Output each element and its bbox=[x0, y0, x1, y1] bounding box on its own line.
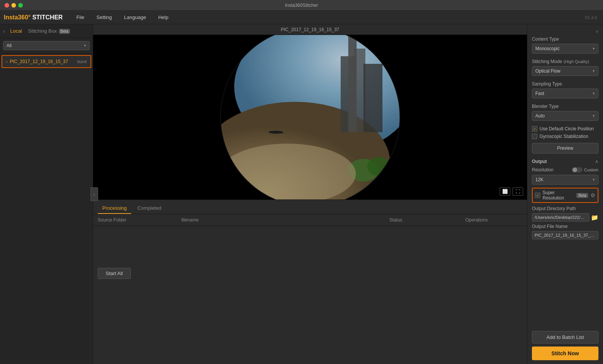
blender-type-section: Blender Type Auto bbox=[532, 104, 598, 121]
sampling-type-select-wrapper: Fast bbox=[532, 89, 598, 98]
stitch-now-button[interactable]: Stitch Now bbox=[532, 347, 598, 360]
bottom-actions: Start All bbox=[93, 264, 527, 283]
output-dir-input[interactable]: /Users/eric/Desktop/222/222 bbox=[532, 213, 589, 222]
content-type-select[interactable]: Monoscopic bbox=[532, 44, 598, 54]
stitching-mode-select[interactable]: Optical Flow bbox=[532, 66, 598, 76]
menu-file[interactable]: File bbox=[74, 13, 87, 22]
stitching-quality-label: (High Quality) bbox=[563, 59, 589, 64]
menu-items: File Setting Language Help bbox=[74, 13, 171, 22]
preview-header: PIC_2017_12_19_16_15_37 bbox=[93, 24, 527, 35]
fisheye-svg bbox=[219, 35, 401, 199]
sidebar-collapse-button[interactable]: ‹ bbox=[90, 187, 98, 201]
fullscreen-button[interactable]: ⛶ bbox=[513, 187, 523, 196]
col-status-label: Status bbox=[389, 217, 465, 223]
gyroscopic-checkbox[interactable] bbox=[532, 134, 537, 139]
tab-stitching-box[interactable]: Stitching Box Beta bbox=[26, 27, 72, 35]
use-default-circle-row: ✓ Use Default Circle Position bbox=[532, 126, 598, 131]
preview-controls: ⬜ ⛶ bbox=[500, 187, 523, 196]
super-resolution-label: Super Resolution bbox=[543, 190, 574, 201]
titlebar: Insta360Stitcher bbox=[0, 0, 603, 11]
output-collapse-icon[interactable]: ∧ bbox=[595, 159, 598, 164]
menu-setting[interactable]: Setting bbox=[94, 13, 114, 22]
add-to-batch-button[interactable]: Add to Batch List bbox=[532, 331, 598, 343]
fullscreen-icon: ⛶ bbox=[516, 189, 520, 194]
center-area: PIC_2017_12_19_16_15_37 bbox=[93, 24, 527, 364]
resolution-select-wrapper: 12K bbox=[532, 175, 598, 185]
blender-type-select-wrapper: Auto bbox=[532, 111, 598, 121]
rect-icon: ⬜ bbox=[502, 189, 508, 194]
tab-local[interactable]: Local bbox=[8, 27, 24, 35]
output-section: Output ∧ Resolution Custom 12K bbox=[532, 159, 598, 239]
filter-select[interactable]: All bbox=[3, 41, 90, 50]
preview-viewport: ⬜ ⛶ bbox=[93, 35, 527, 199]
custom-toggle-box[interactable] bbox=[572, 167, 582, 173]
right-panel: » Content Type Monoscopic Stitching Mode… bbox=[527, 24, 603, 364]
blender-type-label: Blender Type bbox=[532, 104, 598, 109]
menu-language[interactable]: Language bbox=[122, 13, 148, 22]
custom-label: Custom bbox=[584, 168, 598, 172]
super-resolution-beta-badge: Beta bbox=[576, 193, 588, 198]
super-resolution-checkbox[interactable]: ✓ bbox=[535, 193, 540, 198]
tab-completed[interactable]: Completed bbox=[133, 203, 166, 214]
output-dir-row: /Users/eric/Desktop/222/222 📁 bbox=[532, 213, 598, 222]
output-header: Output ∧ bbox=[532, 159, 598, 164]
sidebar-filter: All bbox=[0, 38, 93, 54]
logo-prefix: Insta360 bbox=[4, 14, 28, 21]
expand-icon[interactable]: » bbox=[595, 28, 598, 34]
tab-processing[interactable]: Processing bbox=[98, 203, 131, 214]
stitching-mode-select-wrapper: Optical Flow bbox=[532, 66, 598, 76]
file-item-arrow: › bbox=[6, 59, 8, 64]
window-title: Insta360Stitcher bbox=[285, 3, 318, 8]
sampling-type-select[interactable]: Fast bbox=[532, 89, 598, 98]
col-source-label: Source Folder bbox=[98, 217, 181, 223]
custom-toggle: Custom bbox=[572, 167, 598, 173]
super-resolution-row: ✓ Super Resolution Beta ⚙ bbox=[532, 188, 598, 203]
menu-help[interactable]: Help bbox=[156, 13, 171, 22]
file-item[interactable]: › PIC_2017_12_19_16_15_37 burst bbox=[2, 55, 91, 68]
sampling-type-section: Sampling Type Fast bbox=[532, 81, 598, 98]
start-all-button[interactable]: Start All bbox=[98, 268, 131, 279]
resolution-row: Resolution Custom bbox=[532, 167, 598, 173]
stitching-mode-section: Stitching Mode (High Quality) Optical Fl… bbox=[532, 59, 598, 76]
gyroscopic-label: Gyroscopic Stabilization bbox=[540, 134, 588, 139]
content-type-select-wrapper: Monoscopic bbox=[532, 44, 598, 54]
collapse-icon: ‹ bbox=[94, 191, 95, 197]
filter-select-wrapper: All bbox=[3, 41, 90, 50]
use-default-circle-checkbox[interactable]: ✓ bbox=[532, 126, 537, 131]
table-body bbox=[93, 226, 527, 264]
stitching-mode-label-row: Stitching Mode (High Quality) bbox=[532, 59, 598, 64]
processing-area: Processing Completed Source Folder filen… bbox=[93, 199, 527, 364]
col-filename-label: filename bbox=[181, 217, 389, 223]
main-layout: ‹ Local Stitching Box Beta All › PIC_201… bbox=[0, 24, 603, 364]
file-item-type: burst bbox=[78, 59, 87, 64]
maximize-button[interactable] bbox=[18, 3, 23, 8]
version-label: V1.3.0 bbox=[585, 15, 597, 20]
content-type-label: Content Type bbox=[532, 36, 598, 42]
sidebar-header: ‹ Local Stitching Box Beta bbox=[0, 24, 93, 38]
blender-type-select[interactable]: Auto bbox=[532, 111, 598, 121]
bottom-buttons: Add to Batch List Stitch Now bbox=[532, 327, 598, 360]
super-resolution-gear-icon[interactable]: ⚙ bbox=[590, 192, 595, 198]
resolution-select[interactable]: 12K bbox=[532, 175, 598, 185]
app-logo: Insta360° STITCHER bbox=[4, 14, 63, 21]
content-type-section: Content Type Monoscopic bbox=[532, 36, 598, 54]
sampling-type-label: Sampling Type bbox=[532, 81, 598, 87]
output-dir-label: Output Directory Path bbox=[532, 206, 598, 211]
folder-icon[interactable]: 📁 bbox=[591, 214, 598, 221]
rect-view-button[interactable]: ⬜ bbox=[500, 187, 510, 196]
toggle-knob bbox=[573, 168, 577, 172]
sidebar-tabs: Local Stitching Box Beta bbox=[8, 27, 72, 35]
preview-button[interactable]: Preview bbox=[532, 143, 598, 154]
use-default-circle-label: Use Default Circle Position bbox=[540, 126, 594, 131]
sidebar-collapse-arrow[interactable]: ‹ bbox=[3, 28, 5, 34]
output-title: Output bbox=[532, 159, 547, 164]
preview-section: Preview bbox=[532, 141, 598, 154]
minimize-button[interactable] bbox=[11, 3, 16, 8]
output-filename-display[interactable]: PIC_2017_12_19_16_15_37_20171 bbox=[532, 231, 598, 239]
close-button[interactable] bbox=[5, 3, 9, 8]
sidebar: ‹ Local Stitching Box Beta All › PIC_201… bbox=[0, 24, 93, 364]
output-file-label: Output File Name bbox=[532, 224, 598, 229]
preview-title: PIC_2017_12_19_16_15_37 bbox=[281, 27, 339, 32]
svg-rect-8 bbox=[348, 35, 357, 132]
fisheye-container: ⬜ ⛶ bbox=[93, 35, 527, 199]
